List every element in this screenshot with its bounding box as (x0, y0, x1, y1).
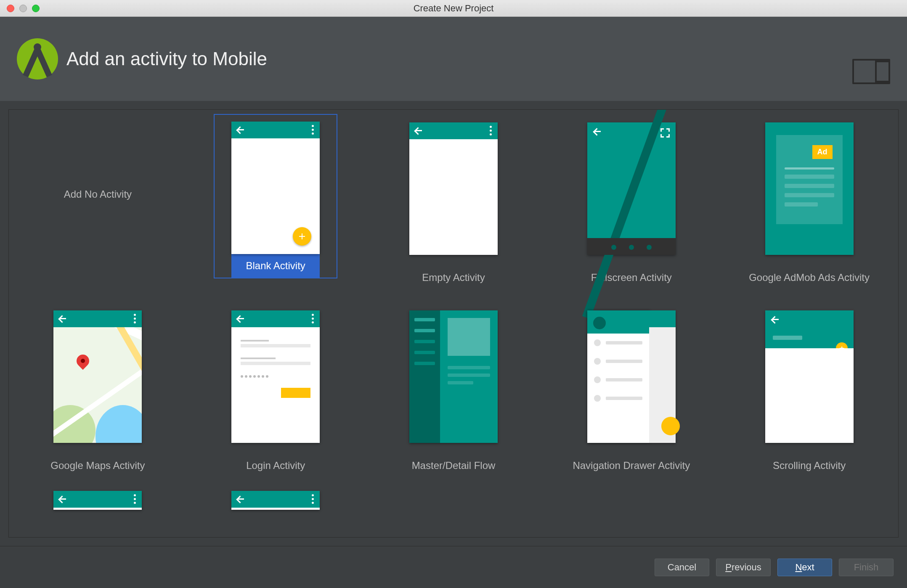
template-label: Login Activity (246, 460, 305, 471)
overflow-menu-icon (312, 494, 314, 504)
template-label: Master/Detail Flow (412, 460, 496, 471)
template-grid: Add No Activity Blank Activity Empty Act… (9, 110, 898, 519)
nav-drawer-preview-icon (587, 310, 676, 443)
template-preview (409, 310, 498, 443)
template-label: Add No Activity (64, 188, 132, 200)
preview-appbar-icon (231, 122, 320, 138)
previous-rest: revious (732, 562, 761, 572)
next-button[interactable]: Next (777, 559, 832, 576)
template-label: Empty Activity (422, 272, 485, 283)
back-arrow-icon (414, 127, 423, 134)
overflow-menu-icon (490, 126, 492, 135)
template-grid-scroll[interactable]: Add No Activity Blank Activity Empty Act… (8, 109, 899, 538)
preview-appbar-icon (231, 310, 320, 327)
admob-preview-icon: Ad (765, 122, 854, 255)
wizard-footer: Cancel Previous Next Finish (0, 546, 907, 588)
template-partial[interactable] (187, 486, 365, 519)
template-scrolling-activity[interactable]: ★ Scrolling Activity (720, 298, 898, 486)
fullscreen-preview-icon (587, 122, 676, 255)
avatar-icon (593, 317, 606, 329)
previous-button[interactable]: Previous (716, 559, 771, 576)
preview-appbar-icon (53, 310, 142, 327)
template-blank-activity[interactable]: Blank Activity (187, 110, 365, 298)
template-label: Blank Activity (231, 260, 320, 272)
back-arrow-icon (593, 128, 602, 135)
login-preview-icon (231, 327, 320, 443)
back-arrow-icon (58, 496, 67, 503)
template-preview: ★ (765, 310, 854, 443)
page-title: Add an activity to Mobile (66, 48, 267, 69)
template-login-activity[interactable]: Login Activity (187, 298, 365, 486)
finish-button: Finish (839, 559, 894, 576)
template-preview (587, 310, 676, 443)
template-preview-wrap (391, 302, 516, 444)
template-preview-wrap (213, 302, 338, 444)
template-preview-wrap: Ad (747, 114, 872, 256)
template-partial[interactable] (9, 486, 187, 519)
template-label: Scrolling Activity (773, 460, 846, 471)
wizard-header: Add an activity to Mobile (0, 17, 907, 101)
template-preview-wrap: Blank Activity (214, 114, 337, 278)
form-factor-icon (852, 59, 890, 84)
template-label: Google Maps Activity (50, 460, 145, 471)
overflow-menu-icon (134, 494, 136, 504)
overflow-menu-icon (312, 125, 314, 135)
window-titlebar: Create New Project (0, 0, 907, 17)
template-preview (409, 122, 498, 255)
template-fullscreen-activity[interactable]: Fullscreen Activity (542, 110, 720, 298)
back-arrow-icon (236, 315, 245, 322)
ad-badge: Ad (812, 145, 833, 159)
preview-appbar-icon (409, 122, 498, 139)
template-preview (231, 122, 320, 254)
back-arrow-icon (236, 127, 245, 133)
fab-icon (661, 417, 680, 435)
android-studio-logo-icon (17, 38, 58, 79)
template-preview (231, 310, 320, 443)
window-title: Create New Project (0, 3, 907, 14)
template-nav-drawer-activity[interactable]: Navigation Drawer Activity (542, 298, 720, 486)
template-preview (587, 122, 676, 255)
map-pin-icon (74, 352, 92, 370)
template-preview (53, 310, 142, 443)
map-preview-icon (53, 327, 142, 443)
template-preview-wrap (35, 302, 160, 444)
scrolling-header-icon: ★ (765, 310, 854, 348)
template-maps-activity[interactable]: Google Maps Activity (9, 298, 187, 486)
template-empty-activity[interactable]: Empty Activity (365, 110, 543, 298)
overflow-menu-icon (134, 314, 136, 323)
login-submit-icon (281, 388, 310, 398)
previous-mnemonic: P (725, 562, 732, 572)
preview-appbar-icon (231, 491, 320, 508)
template-preview-wrap: Add No Activity (45, 114, 150, 257)
template-preview: Ad (765, 122, 854, 255)
overflow-menu-icon (312, 314, 314, 323)
template-gallery-area: Add No Activity Blank Activity Empty Act… (0, 101, 907, 546)
template-label: Google AdMob Ads Activity (749, 272, 870, 283)
template-preview-wrap (391, 114, 516, 256)
fullscreen-corners-icon (660, 128, 670, 138)
back-arrow-icon (771, 316, 780, 323)
template-preview-wrap (569, 302, 694, 444)
next-mnemonic: N (795, 562, 802, 572)
finish-label: Finish (854, 562, 879, 573)
master-detail-preview-icon (409, 310, 498, 443)
next-rest: ext (802, 562, 814, 572)
cancel-label: Cancel (668, 562, 696, 573)
preview-appbar-icon (53, 491, 142, 508)
template-no-activity[interactable]: Add No Activity (9, 110, 187, 298)
template-preview-wrap (569, 114, 694, 256)
template-label: Navigation Drawer Activity (573, 460, 690, 471)
back-arrow-icon (236, 496, 245, 503)
back-arrow-icon (58, 315, 67, 322)
template-preview-wrap: ★ (747, 302, 872, 444)
template-admob-activity[interactable]: Ad Google AdMob Ads Activity (720, 110, 898, 298)
cancel-button[interactable]: Cancel (655, 559, 709, 576)
fab-plus-icon (293, 227, 311, 246)
nav-dots-icon (587, 245, 676, 250)
template-master-detail-flow[interactable]: Master/Detail Flow (365, 298, 543, 486)
